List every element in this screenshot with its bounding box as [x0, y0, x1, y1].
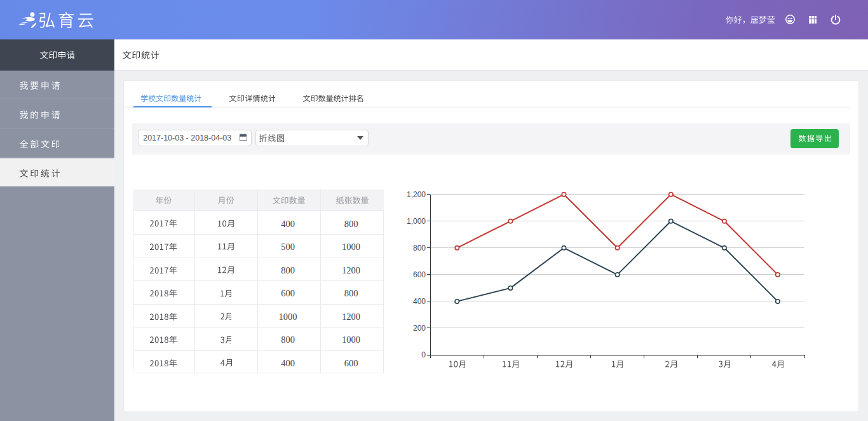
svg-text:200: 200: [413, 324, 426, 333]
svg-text:0: 0: [421, 350, 426, 359]
svg-text:400: 400: [413, 297, 426, 306]
svg-text:800: 800: [413, 244, 426, 252]
svg-text:1,000: 1,000: [407, 217, 426, 226]
svg-text:600: 600: [413, 270, 426, 279]
svg-text:1,200: 1,200: [407, 190, 426, 199]
